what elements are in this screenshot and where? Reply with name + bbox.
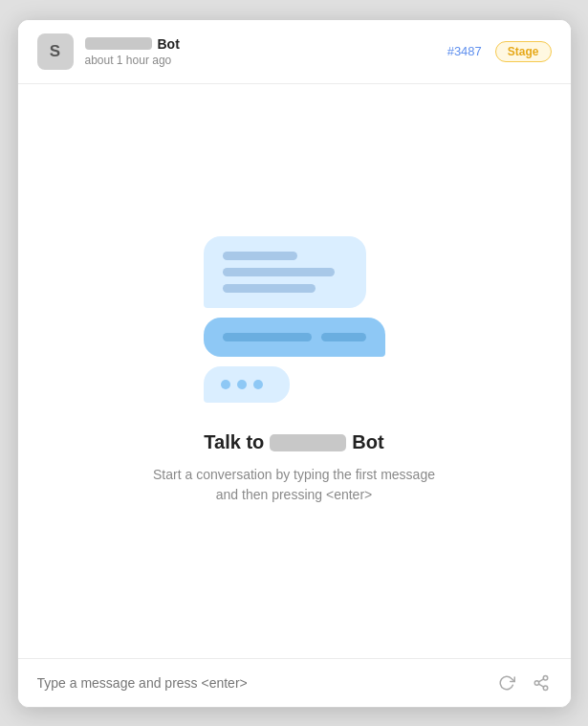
ticket-link[interactable]: #3487 [447,44,482,58]
bubble-line [223,268,335,276]
header-name: Bot [85,36,447,52]
cta-subtitle: Start a conversation by typing the first… [153,465,435,505]
avatar: S [37,33,74,70]
typing-dot [237,380,247,389]
share-icon [533,674,550,692]
chat-window: S Bot about 1 hour ago #3487 Stage [17,19,572,708]
refresh-button[interactable] [496,672,517,693]
header-info: Bot about 1 hour ago [85,36,447,67]
bubble-line [223,252,297,260]
chat-illustration [204,236,385,403]
illustration-bubble-2 [204,318,385,357]
input-icons [496,672,552,693]
cta-bot-name-redacted [270,434,346,451]
illustration-bubble-1 [204,236,366,308]
message-input[interactable] [37,675,496,691]
svg-line-4 [538,678,543,681]
bubble-line [321,333,366,341]
header-actions: #3487 Stage [447,41,552,62]
chat-area: Talk to Bot Start a conversation by typi… [18,84,571,658]
bot-name-redacted [85,37,152,50]
typing-dot [253,380,263,389]
typing-dot [221,380,230,389]
share-button[interactable] [531,672,552,693]
bubble-line [223,284,316,293]
refresh-icon [498,674,515,692]
header-timestamp: about 1 hour ago [85,54,447,67]
illustration-bubble-typing [204,366,290,403]
cta-title: Talk to Bot [204,431,383,453]
svg-line-3 [538,684,543,687]
bubble-line [223,333,312,341]
input-area [18,658,571,707]
chat-header: S Bot about 1 hour ago #3487 Stage [18,20,571,84]
stage-badge[interactable]: Stage [495,41,552,62]
